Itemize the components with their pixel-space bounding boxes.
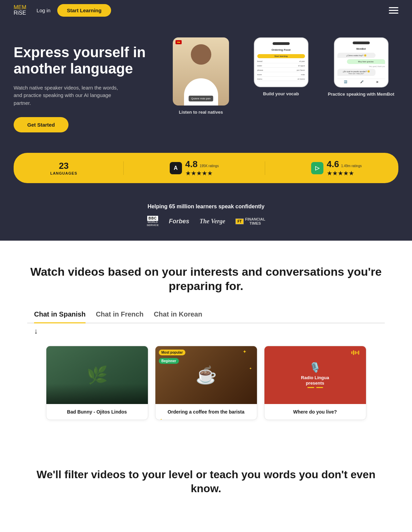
stat-divider-1	[123, 161, 124, 175]
stat-android: ▷ 4.6 1.49m ratings ★★★★★	[311, 159, 362, 177]
chat-bubble-question-2: ¿En qué te puedo ayudar? 🙂How can I help…	[337, 69, 376, 76]
tab-arrow: ↓	[34, 327, 385, 336]
nature-bg: 🌿	[87, 365, 108, 385]
radio-card-body: Where do you live?	[264, 404, 366, 420]
bottom-title: We'll filter videos to your level or tea…	[27, 468, 385, 496]
ios-rating-value: 4.8	[185, 159, 198, 170]
listen-caption: Listen to real natives	[179, 110, 223, 115]
video-cards: 🌿 Bad Bunny - Ojitos Lindos ☕ Most popul…	[27, 346, 385, 420]
ios-rating-count: 195K ratings	[200, 164, 219, 168]
radio-lingua-logo: 🎙️ Radio Lingua presents	[301, 362, 329, 388]
tab-french[interactable]: Chat in French	[96, 310, 143, 323]
phone-vocab-title: Ordering Food	[257, 48, 305, 51]
vocab-row-4: moremás	[257, 74, 305, 77]
video-thumb-bad-bunny: 🌿	[46, 346, 148, 404]
chat-bubble-question-1: ¿Cómo estás hoy? 🙂	[337, 53, 376, 58]
radio-waveform	[351, 350, 359, 355]
wave-5	[358, 351, 359, 355]
radio-dashes	[307, 387, 323, 388]
ios-rating-info: 4.8 195K ratings ★★★★★	[185, 159, 219, 177]
android-rating-value: 4.6	[327, 159, 339, 170]
person-body	[184, 78, 218, 106]
hero-title: Express yourself in another language	[14, 44, 157, 77]
native-speaker-image: 🇪🇸 Quiere más pan	[173, 37, 229, 106]
stats-inner: 23 LANGUAGES A 4.8 195K ratings ★★★★★ ▷ …	[14, 153, 398, 183]
hero-feature-membot: MemBot ¿Cómo estás hoy? 🙂 Muy bien graci…	[324, 37, 398, 97]
video-card-coffee[interactable]: ☕ Most popular Beginner ✦ ✦ ✦ ✦ Ordering…	[155, 346, 257, 420]
ios-stars: ★★★★★	[185, 170, 219, 177]
tab-korean[interactable]: Chat in Korean	[154, 310, 202, 323]
person-head	[191, 44, 211, 65]
stats-bar: 23 LANGUAGES A 4.8 195K ratings ★★★★★ ▷ …	[0, 153, 412, 197]
radio-dash-2	[316, 387, 323, 388]
chat-header-title: MemBot	[337, 48, 385, 50]
wave-1	[351, 351, 352, 354]
membot-chat-mockup: MemBot ¿Cómo estás hoy? 🙂 Muy bien graci…	[334, 37, 388, 87]
hamburger-line-2	[389, 10, 398, 11]
bbc-box: BBC	[147, 216, 158, 221]
radio-dash-1	[307, 387, 314, 388]
hamburger-line-3	[389, 13, 398, 14]
coffee-emoji: ☕	[196, 365, 217, 385]
phone-start-btn: Start learning	[257, 54, 305, 58]
play-store-icon: ▷	[311, 162, 323, 174]
wave-4	[356, 352, 357, 354]
chat-action-mic: 🎤	[360, 80, 364, 83]
logo: MEM RiSE	[14, 5, 26, 16]
chat-action-row: 🔤 🎤 ▶	[337, 79, 385, 83]
radio-line2: presents	[301, 381, 329, 386]
flag-badge: 🇪🇸	[176, 40, 182, 44]
vocab-row-2: waterel agua	[257, 65, 305, 68]
get-started-button[interactable]: Get Started	[14, 117, 68, 132]
language-tabs: Chat in Spanish Chat in French Chat in K…	[27, 310, 385, 323]
radio-mic-icon: 🎙️	[309, 362, 321, 373]
ft-logo: FT FINANCIALTIMES	[235, 217, 265, 225]
chat-translation-1: Very good, thank you	[337, 65, 385, 67]
video-thumb-coffee: ☕ Most popular Beginner ✦ ✦	[155, 346, 257, 404]
android-rating-info: 4.6 1.49m ratings ★★★★★	[327, 159, 362, 177]
hamburger-line-1	[389, 7, 398, 8]
header: MEM RiSE Log in Start Learning	[0, 0, 412, 20]
bad-bunny-card-body: Bad Bunny - Ojitos Lindos	[46, 404, 148, 420]
hamburger-menu[interactable]	[389, 7, 398, 14]
bottom-section: We'll filter videos to your level or tea…	[0, 454, 412, 516]
vocab-phone-mockup: Ordering Food Start learning breadel pan…	[254, 37, 308, 87]
hero-subtitle: Watch native speaker videos, learn the w…	[14, 84, 123, 107]
vocab-row-1: breadel pan	[257, 60, 305, 63]
video-card-radio[interactable]: 🎙️ Radio Lingua presents Where do you li…	[264, 346, 366, 420]
login-link[interactable]: Log in	[36, 7, 50, 13]
chat-action-send: ▶	[377, 80, 379, 83]
video-section: Watch videos based on your interests and…	[0, 241, 412, 454]
press-logos: BBC WORLDSERVICE Forbes The Verge FT FIN…	[14, 216, 398, 227]
logo-mem: MEM	[14, 5, 26, 10]
press-section: Helping 65 million learners speak confid…	[0, 197, 412, 241]
android-stars: ★★★★★	[327, 170, 362, 177]
chat-bubble-answer-1: Muy bien gracias	[347, 59, 385, 64]
vocab-row-3: pleasepor favor	[257, 69, 305, 72]
membot-caption: Practice speaking with MemBot	[328, 92, 394, 97]
bad-bunny-title: Bad Bunny - Ojitos Lindos	[52, 409, 142, 415]
badge-most-popular: Most popular	[159, 350, 186, 355]
start-learning-button[interactable]: Start Learning	[57, 4, 111, 17]
logo-rise: RiSE	[14, 10, 26, 16]
stat-languages: 23 LANGUAGES	[50, 161, 77, 175]
radio-title: Where do you live?	[270, 409, 361, 415]
ft-box: FT	[235, 219, 244, 224]
vocab-row-5: menuel menú	[257, 78, 305, 81]
app-store-icon: A	[170, 162, 182, 174]
android-rating-count: 1.49m ratings	[341, 164, 362, 168]
verge-logo: The Verge	[200, 218, 226, 225]
hero-section: Express yourself in another language Wat…	[0, 20, 412, 153]
wave-2	[353, 350, 354, 355]
sparkle-1: ✦	[243, 349, 247, 354]
hero-feature-listen: 🇪🇸 Quiere más pan Listen to real natives	[164, 37, 238, 115]
bbc-logo: BBC WORLDSERVICE	[147, 216, 159, 227]
wave-3	[355, 351, 356, 354]
chat-notch	[353, 42, 370, 44]
stat-ios: A 4.8 195K ratings ★★★★★	[170, 159, 219, 177]
video-card-bad-bunny[interactable]: 🌿 Bad Bunny - Ojitos Lindos	[46, 346, 148, 420]
video-thumb-radio: 🎙️ Radio Lingua presents	[264, 346, 366, 404]
press-title: Helping 65 million learners speak confid…	[14, 204, 398, 210]
chat-action-translate: 🔤	[344, 80, 347, 83]
tab-spanish[interactable]: Chat in Spanish	[34, 310, 86, 323]
